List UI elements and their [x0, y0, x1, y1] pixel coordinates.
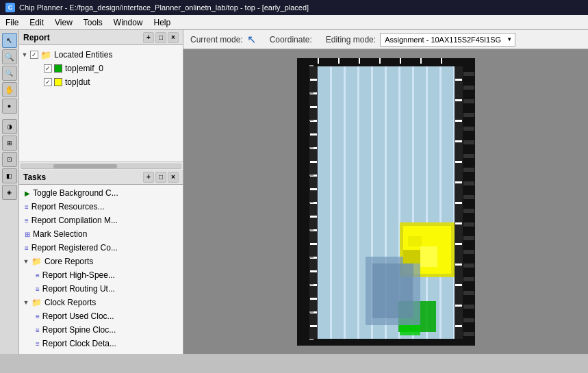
- menu-view[interactable]: View: [49, 16, 78, 29]
- hscroll-track[interactable]: [21, 164, 181, 169]
- task-clock-reports-folder[interactable]: ▼ 📁 Clock Reports: [19, 296, 183, 309]
- folder-icon-clock: 📁: [31, 298, 42, 307]
- coordinate-item: Coordinate:: [270, 35, 312, 44]
- report-hscroll[interactable]: [19, 162, 183, 170]
- svg-rect-27: [310, 243, 317, 245]
- tree-checkbox-dut[interactable]: [44, 78, 52, 86]
- menu-tools[interactable]: Tools: [78, 16, 108, 29]
- task-report-routing-label: Report Routing Ut...: [42, 284, 115, 294]
- menu-help[interactable]: Help: [149, 16, 177, 29]
- tree-located-entities[interactable]: ▼ 📁 Located Entities: [19, 48, 183, 62]
- report-restore-icon[interactable]: □: [155, 32, 166, 43]
- task-report-resources[interactable]: ≡ Report Resources...: [19, 200, 183, 214]
- tree-located-entities-label: Located Entities: [54, 50, 112, 60]
- folder-expand-clock[interactable]: ▼: [22, 298, 30, 307]
- tool-e[interactable]: ◈: [2, 185, 17, 200]
- svg-rect-61: [463, 250, 474, 254]
- tree-checkbox-root[interactable]: [30, 51, 38, 59]
- svg-rect-33: [310, 325, 317, 327]
- task-report-spine-clock[interactable]: ≡ Report Spine Cloc...: [19, 323, 183, 337]
- svg-rect-46: [455, 325, 462, 327]
- task-toggle-bg[interactable]: ▶ Toggle Background C...: [19, 186, 183, 200]
- task-mark-selection[interactable]: ⊞ Mark Selection: [19, 227, 183, 241]
- svg-rect-63: [463, 277, 474, 281]
- task-report-clock-detail[interactable]: ≡ Report Clock Deta...: [19, 337, 183, 350]
- current-mode-label: Current mode:: [190, 35, 243, 44]
- tree-leaf-icon-dut: [34, 78, 42, 86]
- tasks-restore-icon[interactable]: □: [155, 172, 166, 183]
- task-clock-reports-label: Clock Reports: [44, 298, 96, 307]
- task-report-used-clock[interactable]: ≡ Report Used Cloc...: [19, 309, 183, 323]
- task-core-reports-folder[interactable]: ▼ 📁 Core Reports: [19, 255, 183, 268]
- tasks-add-icon[interactable]: +: [143, 172, 154, 183]
- svg-rect-74: [408, 236, 422, 246]
- tree-label-emif: top|emif_0: [65, 64, 103, 73]
- svg-rect-58: [463, 209, 474, 213]
- folder-icon-core: 📁: [31, 257, 42, 266]
- tool-a[interactable]: ◑: [2, 119, 17, 134]
- task-toggle-bg-label: Toggle Background C...: [33, 188, 118, 198]
- menu-edit[interactable]: Edit: [24, 16, 49, 29]
- svg-rect-34: [455, 79, 462, 81]
- tool-zoom-out[interactable]: 🔍: [2, 66, 17, 81]
- task-report-clock-detail-label: Report Clock Deta...: [42, 339, 116, 348]
- report-add-icon[interactable]: +: [143, 32, 154, 43]
- svg-rect-93: [309, 284, 314, 285]
- svg-rect-87: [309, 120, 314, 121]
- task-report-highspeed[interactable]: ≡ Report High-Spee...: [19, 268, 183, 282]
- doc-icon-6: ≡: [36, 313, 40, 320]
- svg-rect-17: [310, 106, 317, 108]
- tasks-close-icon[interactable]: ×: [168, 172, 179, 183]
- svg-rect-83: [420, 58, 422, 64]
- tool-select[interactable]: ↖: [2, 33, 17, 48]
- svg-rect-45: [455, 305, 462, 307]
- svg-rect-79: [338, 58, 340, 64]
- hscroll-thumb[interactable]: [53, 164, 117, 168]
- tree-item-emif[interactable]: top|emif_0: [19, 62, 183, 75]
- svg-rect-5: [357, 65, 359, 339]
- svg-rect-89: [309, 175, 314, 176]
- task-core-reports-label: Core Reports: [44, 257, 93, 266]
- tool-b[interactable]: ⊞: [2, 136, 17, 151]
- report-close-icon[interactable]: ×: [168, 32, 179, 43]
- tool-pan[interactable]: ✋: [2, 82, 17, 97]
- folder-expand-core[interactable]: ▼: [22, 257, 30, 266]
- tool-d[interactable]: ◧: [2, 168, 17, 183]
- tree-label-dut: top|dut: [65, 77, 90, 87]
- svg-rect-95: [309, 339, 314, 340]
- svg-rect-3: [330, 65, 332, 339]
- coordinate-label: Coordinate:: [270, 35, 312, 44]
- report-panel-icons: + □ ×: [143, 32, 179, 43]
- tree-checkbox-emif[interactable]: [44, 64, 52, 73]
- menu-file[interactable]: File: [0, 16, 24, 29]
- play-icon: ▶: [25, 190, 30, 197]
- task-report-spine-clock-label: Report Spine Cloc...: [42, 325, 116, 335]
- editing-mode-dropdown[interactable]: Assignment - 10AX115S2F45I1SG ▼: [380, 33, 515, 47]
- task-report-compilation[interactable]: ≡ Report Compilation M...: [19, 214, 183, 227]
- tree-item-dut[interactable]: top|dut: [19, 75, 183, 89]
- tree-expand-icon[interactable]: ▼: [21, 51, 29, 59]
- svg-rect-23: [310, 188, 317, 190]
- svg-rect-44: [455, 284, 462, 286]
- tool-highlight[interactable]: ●: [2, 99, 17, 114]
- menu-window[interactable]: Window: [108, 16, 149, 29]
- left-panel: Report + □ × ▼ 📁 Located Entities top|: [19, 30, 183, 354]
- report-tree: ▼ 📁 Located Entities top|emif_0 top|dut: [19, 45, 183, 162]
- chip-view[interactable]: [183, 49, 588, 354]
- main-layout: ↖ 🔍 🔍 ✋ ● ◑ ⊞ ⊡ ◧ ◈ Report + □ × ▼: [0, 30, 588, 354]
- svg-rect-78: [318, 58, 319, 64]
- tool-c[interactable]: ⊡: [2, 152, 17, 167]
- svg-rect-47: [463, 65, 475, 339]
- svg-rect-42: [455, 243, 462, 245]
- editing-mode-label: Editing mode:: [326, 35, 376, 44]
- svg-rect-59: [463, 222, 474, 227]
- task-mark-selection-label: Mark Selection: [33, 229, 87, 239]
- tool-zoom-in[interactable]: 🔍: [2, 49, 17, 64]
- menu-bar: File Edit View Tools Window Help: [0, 15, 588, 30]
- tasks-panel-title: Tasks: [23, 172, 46, 182]
- doc-icon-4: ≡: [36, 272, 40, 279]
- task-report-registered[interactable]: ≡ Report Registered Co...: [19, 241, 183, 255]
- grid-icon: ⊞: [25, 231, 30, 238]
- title-bar-text: Chip Planner - E:/fpga_design/interface_…: [19, 3, 309, 12]
- task-report-routing[interactable]: ≡ Report Routing Ut...: [19, 282, 183, 296]
